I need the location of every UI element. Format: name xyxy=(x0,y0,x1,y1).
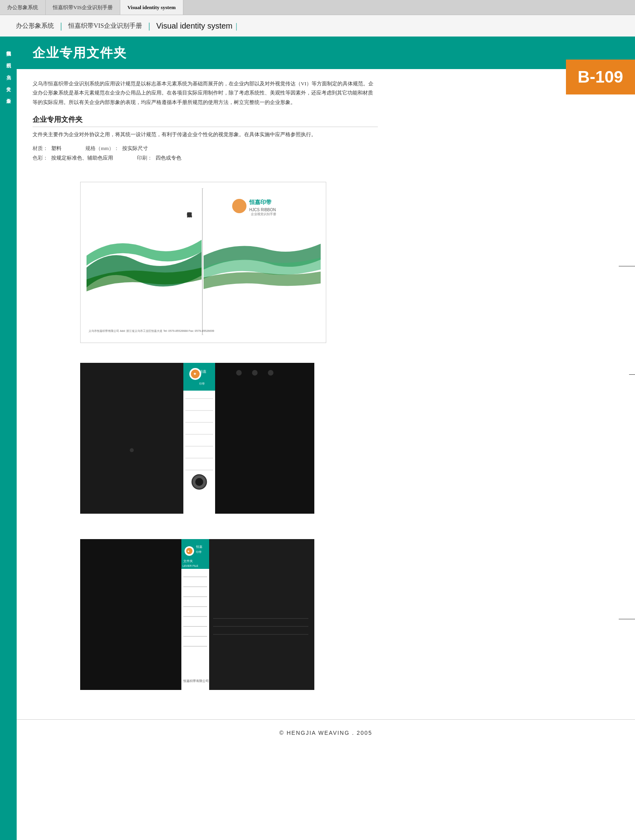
badge-container: B-109 xyxy=(566,60,635,94)
svg-text:LEVER FILE: LEVER FILE xyxy=(183,564,198,567)
svg-text:印带: 印带 xyxy=(196,551,202,553)
svg-point-33 xyxy=(130,448,134,452)
material-label: 材质： xyxy=(33,145,48,152)
svg-rect-36 xyxy=(209,539,314,690)
page-body: 企业专用文件夹 B-109 义乌市恒嘉织带企业识别系统的应用设计规范是以标志基本… xyxy=(17,37,635,840)
sidebar-item-2[interactable]: 识别系统 xyxy=(3,53,14,65)
spec-print: 印刷： 四色或专色 xyxy=(137,154,181,162)
svg-text:✦: ✦ xyxy=(187,549,190,553)
svg-rect-12 xyxy=(80,363,183,514)
specs-row-1: 材质： 塑料 规格（mm）： 按实际尺寸 xyxy=(33,145,378,152)
svg-text:文件夹: 文件夹 xyxy=(183,559,193,563)
spec-size: 规格（mm）： 按实际尺寸 xyxy=(85,145,148,152)
folder-flat-diagram: 义乌市恒嘉织带造有限公司 恒嘉印带 HJCS RIBBON 企业视觉识别手册 义… xyxy=(80,182,326,343)
section-subtitle: 企业专用文件夹 xyxy=(33,115,378,127)
svg-text:恒嘉: 恒嘉 xyxy=(199,370,206,374)
annotation-3: 128g铜板纸 xyxy=(619,615,635,622)
svg-point-31 xyxy=(252,370,258,376)
content-section: 义乌市恒嘉织带企业识别系统的应用设计规范是以标志基本元素系统为基础而展开的，在企… xyxy=(17,69,394,174)
svg-point-29 xyxy=(195,478,203,486)
tab-office[interactable]: 办公形象系统 xyxy=(0,0,46,15)
spec-color: 色彩： 按规定标准色、辅助色应用 xyxy=(33,154,113,162)
sub-description: 文件夹主要作为企业对外协议之用，将其统一设计规范，有利于传递企业个性化的视觉形象… xyxy=(33,130,378,139)
color-value: 按规定标准色、辅助色应用 xyxy=(51,154,113,162)
flat-folder-svg: ✦ 恒嘉 印带 文件夹 LEVER FILE xyxy=(80,539,314,690)
svg-text:恒嘉印带: 恒嘉印带 xyxy=(249,199,271,205)
separator-2: ｜ xyxy=(145,21,153,31)
tab-bar: 办公形象系统 恒嘉织带VIS企业识别手册 Visual identity sys… xyxy=(0,0,635,15)
size-label: 规格（mm）： xyxy=(85,145,119,152)
breadcrumb-2[interactable]: 恒嘉织带VIS企业识别手册 xyxy=(68,22,142,30)
binder-3d-diagram: ✦ 恒嘉 印带 xyxy=(80,359,326,519)
folder-flat-view-diagram: ✦ 恒嘉 印带 文件夹 LEVER FILE xyxy=(80,535,326,696)
svg-text:恒嘉织带有限公司: 恒嘉织带有限公司 xyxy=(183,679,209,683)
binder-svg: ✦ 恒嘉 印带 xyxy=(80,363,314,514)
spec-material: 材质： 塑料 xyxy=(33,145,62,152)
svg-text:恒嘉: 恒嘉 xyxy=(196,545,202,549)
svg-point-6 xyxy=(232,199,246,213)
size-value: 按实际尺寸 xyxy=(122,145,148,152)
svg-text:✦: ✦ xyxy=(193,371,197,377)
tab-visual-identity[interactable]: Visual identity system xyxy=(120,0,183,15)
material-value: 塑料 xyxy=(51,145,62,152)
folder-svg: 义乌市恒嘉织带造有限公司 恒嘉印带 HJCS RIBBON 企业视觉识别手册 义… xyxy=(87,188,321,335)
breadcrumb-title: Visual identity system xyxy=(156,21,233,31)
sidebar-item-3[interactable]: 义乌市 xyxy=(3,65,14,77)
main-content: 义乌市恒嘉织带 识别系统 义乌市 文件夹 企业形象 企业专用文件夹 B-109 … xyxy=(0,37,635,840)
sidebar-item-5[interactable]: 企业形象 xyxy=(3,89,14,101)
sidebar-item-4[interactable]: 文件夹 xyxy=(3,77,14,89)
separator-3: | xyxy=(236,21,237,31)
page-footer: © HENGJIA WEAVING . 2005 xyxy=(17,719,635,746)
annotation-2: 不干胶 xyxy=(629,371,635,378)
svg-text:HJCS RIBBON: HJCS RIBBON xyxy=(249,208,276,212)
svg-rect-35 xyxy=(80,539,181,690)
header-bar: 办公形象系统 ｜ 恒嘉织带VIS企业识别手册 ｜ Visual identity… xyxy=(0,15,635,37)
diagram-2-container: ✦ 恒嘉 印带 xyxy=(80,359,619,519)
diagram-1-container: 义乌市恒嘉织带造有限公司 恒嘉印带 HJCS RIBBON 企业视觉识别手册 义… xyxy=(80,182,619,343)
diagram-area: 义乌市恒嘉织带造有限公司 恒嘉印带 HJCS RIBBON 企业视觉识别手册 义… xyxy=(17,174,635,719)
badge-box: B-109 xyxy=(566,60,635,94)
sidebar: 义乌市恒嘉织带 识别系统 义乌市 文件夹 企业形象 xyxy=(0,37,17,840)
specs-row-2: 色彩： 按规定标准色、辅助色应用 印刷： 四色或专色 xyxy=(33,154,378,162)
footer-text: © HENGJIA WEAVING . 2005 xyxy=(279,730,372,736)
svg-point-30 xyxy=(236,370,242,376)
svg-rect-13 xyxy=(215,363,314,514)
annotation-1: 300g亚粉纸 xyxy=(619,262,635,270)
diagram-3-container: ✦ 恒嘉 印带 文件夹 LEVER FILE xyxy=(80,535,619,696)
page-title: 企业专用文件夹 xyxy=(33,44,127,62)
svg-text:义乌市恒嘉织带有限公司 Add: 浙江省义乌市工业区恒嘉大道: 义乌市恒嘉织带有限公司 Add: 浙江省义乌市工业区恒嘉大道 Tel: 0579… xyxy=(89,329,214,333)
separator-1: ｜ xyxy=(57,21,65,31)
svg-text:印带: 印带 xyxy=(199,382,205,385)
title-bar: 企业专用文件夹 xyxy=(17,37,635,69)
svg-point-32 xyxy=(268,370,273,376)
sidebar-item-1[interactable]: 义乌市恒嘉织带 xyxy=(3,41,14,53)
print-label: 印刷： xyxy=(137,154,152,162)
intro-text: 义乌市恒嘉织带企业识别系统的应用设计规范是以标志基本元素系统为基础而展开的，在企… xyxy=(33,79,378,107)
breadcrumb-1[interactable]: 办公形象系统 xyxy=(16,22,54,30)
print-value: 四色或专色 xyxy=(156,154,181,162)
svg-text:企业视觉识别手册: 企业视觉识别手册 xyxy=(251,212,276,216)
tab-vis[interactable]: 恒嘉织带VIS企业识别手册 xyxy=(46,0,120,15)
color-label: 色彩： xyxy=(33,154,48,162)
